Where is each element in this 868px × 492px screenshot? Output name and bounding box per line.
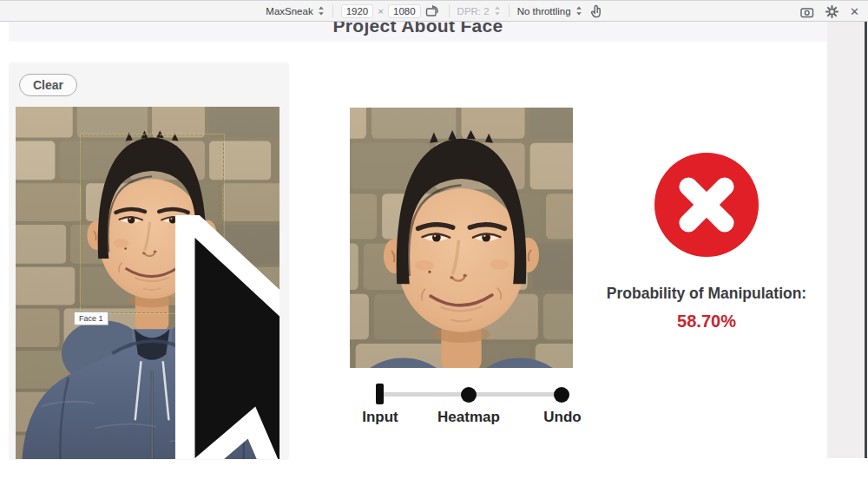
settings-gear-icon[interactable] — [825, 5, 838, 18]
device-select-label: MaxSneak — [266, 6, 312, 16]
toolbar-separator — [332, 4, 333, 17]
toolbar-separator — [509, 4, 510, 17]
dpr-label: DPR: 2 — [457, 6, 490, 16]
face-tag[interactable]: Face 1 — [74, 312, 108, 325]
clear-button[interactable]: Clear — [19, 74, 77, 96]
throttling-select[interactable]: No throttling — [517, 5, 582, 16]
toolbar-separator — [449, 4, 450, 17]
probability-label: Probability of Manipulation: — [576, 285, 837, 303]
face-detection-panel: Clear Face 1 — [9, 62, 289, 460]
input-photo[interactable]: Face 1 — [16, 107, 279, 459]
throttling-label: No throttling — [517, 6, 571, 16]
slider-handle[interactable] — [376, 384, 384, 404]
slider-stop-undo[interactable] — [554, 387, 569, 403]
emulated-page: Project About Face Clear Face 1 Input He… — [9, 22, 827, 460]
viewport-height-field[interactable]: 1080 — [388, 4, 421, 18]
devtools-emulation-window: MaxSneak 1920 × 1080 DPR: 2 No throttlin… — [0, 0, 868, 492]
page-header-band: Project About Face — [9, 22, 827, 42]
mouse-cursor-icon — [151, 215, 279, 459]
rotate-viewport-icon[interactable] — [425, 4, 441, 17]
viewport-width-field[interactable]: 1920 — [341, 4, 374, 18]
view-mode-slider[interactable]: Input Heatmap Undo — [363, 381, 571, 431]
result-photo-image — [350, 108, 573, 368]
result-photo — [350, 108, 573, 368]
touch-simulation-icon[interactable] — [590, 4, 602, 18]
slider-label-heatmap: Heatmap — [437, 409, 500, 426]
devtools-gutter — [827, 22, 865, 458]
screenshot-icon[interactable] — [800, 6, 814, 18]
error-x-icon — [654, 153, 759, 257]
slider-label-input: Input — [362, 409, 398, 426]
dpr-select: DPR: 2 — [457, 5, 501, 16]
device-toolbar: MaxSneak 1920 × 1080 DPR: 2 No throttlin… — [0, 0, 868, 22]
close-icon[interactable]: ✕ — [850, 6, 859, 17]
dimension-times-label: × — [378, 6, 384, 16]
window-edge — [865, 22, 867, 458]
device-select[interactable]: MaxSneak — [266, 5, 324, 16]
updown-chevrons-icon — [318, 5, 325, 16]
probability-value: 58.70% — [576, 312, 837, 331]
slider-label-undo: Undo — [543, 409, 581, 426]
updown-chevrons-icon — [494, 5, 501, 16]
updown-chevrons-icon — [575, 5, 582, 16]
slider-stop-heatmap[interactable] — [461, 387, 477, 403]
page-title: Project About Face — [9, 22, 827, 36]
